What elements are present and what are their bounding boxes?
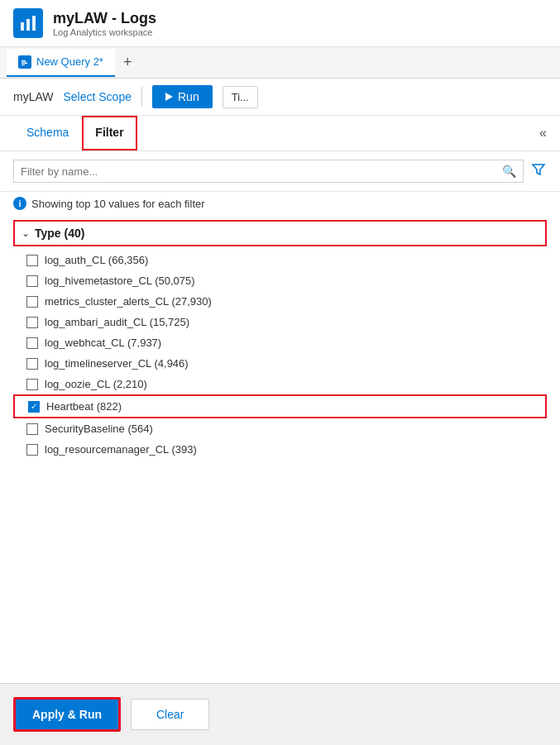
sf-tabs: Schema Filter xyxy=(13,116,137,150)
filter-item-heartbeat[interactable]: Heartbeat (822) xyxy=(13,394,547,418)
filter-item-label: log_hivemetastore_CL (50,075) xyxy=(45,275,195,287)
main-panel: Schema Filter « 🔍 i Showing top 10 value… xyxy=(0,116,560,683)
filter-item-label: metrics_cluster_alerts_CL (27,930) xyxy=(45,295,212,308)
filter-search-input[interactable] xyxy=(21,165,497,178)
filter-item-log-webhcat[interactable]: log_webhcat_CL (7,937) xyxy=(13,332,547,353)
checkbox-security-baseline[interactable] xyxy=(26,423,38,435)
toolbar: myLAW Select Scope Run Ti... xyxy=(0,79,560,116)
bottom-bar: Apply & Run Clear xyxy=(0,683,560,745)
svg-rect-0 xyxy=(21,22,24,31)
filter-item-label: log_timelineserver_CL (4,946) xyxy=(45,357,189,370)
filter-item-label: log_oozie_CL (2,210) xyxy=(45,378,147,390)
checkbox-log-resourcemanager[interactable] xyxy=(26,444,38,456)
filter-item-label: Heartbeat (822) xyxy=(46,400,122,413)
filter-item-label: log_auth_CL (66,356) xyxy=(45,254,148,266)
filter-item-log-auth[interactable]: log_auth_CL (66,356) xyxy=(13,250,547,270)
type-group-label: Type (40) xyxy=(35,227,84,240)
app-title-block: myLAW - Logs Log Analytics workspace xyxy=(53,10,156,37)
schema-tab[interactable]: Schema xyxy=(13,116,82,150)
filter-item-label: SecurityBaseline (564) xyxy=(45,423,153,435)
svg-rect-2 xyxy=(32,16,36,31)
filter-item-metrics-cluster[interactable]: metrics_cluster_alerts_CL (27,930) xyxy=(13,291,547,312)
filter-item-log-timelineserver[interactable]: log_timelineserver_CL (4,946) xyxy=(13,353,547,374)
filter-search-area: 🔍 xyxy=(0,151,560,192)
filter-item-log-hivemetastore[interactable]: log_hivemetastore_CL (50,075) xyxy=(13,270,547,291)
collapse-panel-button[interactable]: « xyxy=(539,126,547,141)
filter-item-label: log_webhcat_CL (7,937) xyxy=(45,337,161,349)
schema-filter-tabs: Schema Filter « xyxy=(0,116,560,151)
run-button[interactable]: Run xyxy=(152,85,213,108)
apply-run-button[interactable]: Apply & Run xyxy=(13,697,121,732)
chevron-down-icon: ⌄ xyxy=(22,227,30,239)
info-bar: i Showing top 10 values for each filter xyxy=(0,192,560,217)
checkbox-log-timelineserver[interactable] xyxy=(26,358,38,370)
filter-item-security-baseline[interactable]: SecurityBaseline (564) xyxy=(13,418,547,439)
tab-query-icon xyxy=(18,55,31,69)
select-scope-button[interactable]: Select Scope xyxy=(63,90,132,103)
tab-label: New Query 2* xyxy=(36,55,103,68)
svg-rect-5 xyxy=(22,64,25,65)
filter-funnel-button[interactable] xyxy=(530,161,547,182)
app-icon xyxy=(13,8,43,38)
clear-button[interactable]: Clear xyxy=(131,699,209,730)
filter-content: ⌄ Type (40) log_auth_CL (66,356) log_hiv… xyxy=(0,217,560,622)
workspace-name: myLAW xyxy=(13,90,53,103)
checkbox-log-auth[interactable] xyxy=(26,255,38,266)
info-icon: i xyxy=(13,197,26,210)
filter-item-label: log_resourcemanager_CL (393) xyxy=(45,443,197,456)
play-icon xyxy=(165,93,173,101)
checkbox-log-webhcat[interactable] xyxy=(26,337,38,349)
svg-rect-3 xyxy=(22,60,26,62)
svg-rect-4 xyxy=(22,62,27,64)
app-container: myLAW - Logs Log Analytics workspace New… xyxy=(0,0,560,745)
run-label: Run xyxy=(178,90,199,103)
search-icon: 🔍 xyxy=(502,165,516,178)
search-input-wrap: 🔍 xyxy=(13,160,524,183)
filter-item-label: log_ambari_audit_CL (15,725) xyxy=(45,316,189,328)
app-title: myLAW - Logs xyxy=(53,10,156,27)
checkbox-log-oozie[interactable] xyxy=(26,379,38,390)
checkbox-log-ambari[interactable] xyxy=(26,317,38,328)
info-text: Showing top 10 values for each filter xyxy=(31,198,205,210)
tab-add-button[interactable]: + xyxy=(115,47,141,78)
tab-bar: New Query 2* + xyxy=(0,47,560,79)
tab-new-query[interactable]: New Query 2* xyxy=(7,49,115,77)
type-group-header[interactable]: ⌄ Type (40) xyxy=(13,220,547,246)
checkbox-heartbeat[interactable] xyxy=(28,401,40,413)
checkbox-metrics-cluster[interactable] xyxy=(26,296,38,308)
filter-item-log-resourcemanager[interactable]: log_resourcemanager_CL (393) xyxy=(13,439,547,460)
filter-section: ⌄ Type (40) log_auth_CL (66,356) log_hiv… xyxy=(0,217,560,683)
app-subtitle: Log Analytics workspace xyxy=(53,27,156,37)
filter-item-log-oozie[interactable]: log_oozie_CL (2,210) xyxy=(13,374,547,394)
checkbox-log-hivemetastore[interactable] xyxy=(26,275,38,287)
toolbar-divider xyxy=(141,87,142,107)
time-range-button[interactable]: Ti... xyxy=(223,86,258,108)
svg-rect-1 xyxy=(26,19,30,31)
app-header: myLAW - Logs Log Analytics workspace xyxy=(0,0,560,47)
filter-tab[interactable]: Filter xyxy=(82,116,136,150)
filter-item-log-ambari[interactable]: log_ambari_audit_CL (15,725) xyxy=(13,312,547,332)
